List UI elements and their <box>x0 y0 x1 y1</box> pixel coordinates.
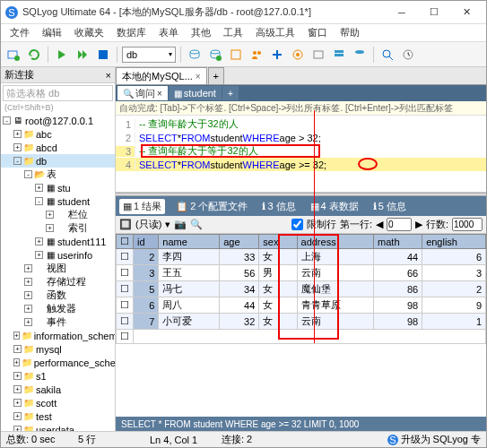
tree-node[interactable]: -🖥root@127.0.0.1 <box>1 114 115 127</box>
table-row[interactable]: ☐2李四33女上海446 <box>117 249 486 265</box>
tree-node[interactable]: +📁sakila <box>1 383 115 396</box>
tree-node[interactable]: +▦userinfo <box>1 248 115 262</box>
menu-table[interactable]: 表单 <box>153 24 184 41</box>
tree-node[interactable]: +▦stu <box>1 181 115 194</box>
object-tree[interactable]: -🖥root@127.0.0.1+📁abc+📁abcd-📁db-📂表+▦stu-… <box>1 112 115 431</box>
table-row[interactable]: ☐6周八44女青青草原989 <box>117 297 486 314</box>
new-conn-icon[interactable] <box>4 46 22 64</box>
brand-link[interactable]: S升级为 SQLyog 专 <box>387 433 481 446</box>
svg-rect-14 <box>335 50 344 53</box>
tree-node[interactable]: +▦student111 <box>1 235 115 248</box>
database-selector[interactable]: db <box>122 47 176 63</box>
result-tab-2[interactable]: 📋2 个配置文件 <box>172 199 251 214</box>
sidebar-header: 新连接× <box>1 67 115 83</box>
tree-node[interactable]: +事件 <box>1 315 115 329</box>
table-row[interactable]: ☐5冯七34女魔仙堡862 <box>117 281 486 297</box>
clock-icon[interactable] <box>399 46 417 64</box>
users-icon[interactable] <box>248 46 265 64</box>
app-logo-icon: S <box>4 5 19 20</box>
tree-node[interactable]: +📁information_schema <box>1 329 115 342</box>
tree-node[interactable]: +触发器 <box>1 302 115 315</box>
result-tab-1[interactable]: ▦1 结果 <box>119 199 165 214</box>
tree-node[interactable]: +📁abc <box>1 127 115 141</box>
status-total: 总数: 0 sec <box>6 433 60 446</box>
menu-favorites[interactable]: 收藏夹 <box>69 24 109 41</box>
svg-rect-13 <box>314 51 323 58</box>
tree-node[interactable]: +栏位 <box>1 208 115 221</box>
readonly-label: (只读) <box>135 218 161 231</box>
menu-bar: 文件 编辑 收藏夹 数据库 表单 其他 工具 高级工具 窗口 帮助 <box>1 24 486 42</box>
result-tab-5[interactable]: ℹ5 信息 <box>370 199 410 214</box>
student-tab[interactable]: ▦student <box>169 86 222 100</box>
table-row[interactable]: ☐3王五56男云南663 <box>117 265 486 281</box>
window-title: SQLyog Ultimate 64 - [本地的MySQL服务器/db - r… <box>22 5 386 19</box>
first-row-input[interactable] <box>387 218 412 231</box>
tree-node[interactable]: +📁performance_schema <box>1 356 115 369</box>
query-tab[interactable]: 🔍询问 × <box>117 86 168 100</box>
minimize-button[interactable]: ─ <box>386 2 418 23</box>
tree-node[interactable]: +📁userdata <box>1 423 115 431</box>
svg-rect-15 <box>335 54 344 56</box>
tool-icon-8[interactable] <box>330 46 348 64</box>
query-status: SELECT * FROM student WHERE age >= 32 LI… <box>116 417 486 431</box>
tool-icon-7[interactable] <box>309 46 327 64</box>
svg-point-16 <box>355 50 364 54</box>
filter-hint: (Ctrl+Shift+B) <box>1 103 115 112</box>
close-button[interactable]: ✕ <box>450 2 483 23</box>
connection-tab[interactable]: 本地的MySQL...× <box>116 67 207 84</box>
svg-point-7 <box>216 56 222 61</box>
result-grid[interactable]: ☐idnameagesexaddressmathenglish☐2李四33女上海… <box>116 234 486 417</box>
svg-point-10 <box>257 51 261 55</box>
tree-node[interactable]: -📁db <box>1 154 115 168</box>
new-tab-button[interactable]: + <box>208 67 224 84</box>
tree-node[interactable]: +📁scott <box>1 396 115 409</box>
menu-adv[interactable]: 高级工具 <box>250 24 300 41</box>
autocomplete-hint: 自动完成: [Tab]->下个标签. [Ctrl+Space]->列出所有标签.… <box>116 101 486 116</box>
svg-text:S: S <box>8 7 14 18</box>
table-row[interactable]: ☐7小可爱32女云南981 <box>117 314 486 330</box>
result-tab-4[interactable]: ▦4 表数据 <box>307 199 362 214</box>
search-icon[interactable] <box>378 46 396 64</box>
menu-help[interactable]: 帮助 <box>335 24 365 41</box>
maximize-button[interactable]: ☐ <box>418 2 450 23</box>
tool-icon-3[interactable] <box>227 46 245 64</box>
tree-node[interactable]: +📁abcd <box>1 141 115 154</box>
menu-window[interactable]: 窗口 <box>302 24 333 41</box>
tree-node[interactable]: +存储过程 <box>1 275 115 289</box>
tree-node[interactable]: +函数 <box>1 289 115 302</box>
tree-node[interactable]: -📂表 <box>1 168 115 181</box>
stop-icon[interactable] <box>94 46 112 64</box>
svg-point-12 <box>296 53 300 56</box>
menu-other[interactable]: 其他 <box>186 24 216 41</box>
tree-node[interactable]: -▦student <box>1 194 115 208</box>
filter-input[interactable]: 筛选表格 db <box>3 85 113 101</box>
menu-edit[interactable]: 编辑 <box>37 24 67 41</box>
svg-point-9 <box>253 51 257 55</box>
svg-point-5 <box>190 50 199 54</box>
execute-all-icon[interactable] <box>74 46 91 64</box>
tree-node[interactable]: +视图 <box>1 262 115 275</box>
menu-database[interactable]: 数据库 <box>111 24 152 41</box>
svg-point-6 <box>211 50 220 54</box>
add-subtab[interactable]: + <box>222 86 239 100</box>
tool-icon-9[interactable] <box>351 46 369 64</box>
tool-icon-5[interactable] <box>268 46 286 64</box>
execute-icon[interactable] <box>53 46 71 64</box>
row-count-input[interactable] <box>452 218 483 231</box>
svg-text:S: S <box>389 435 396 445</box>
tool-icon-6[interactable] <box>289 46 307 64</box>
result-tab-3[interactable]: ℹ3 信息 <box>258 199 299 214</box>
tool-icon-1[interactable] <box>186 46 204 64</box>
tree-node[interactable]: +📁mysql <box>1 342 115 356</box>
menu-file[interactable]: 文件 <box>4 24 35 41</box>
sql-editor[interactable]: 1-- 查询年龄大于32的人 2SELECT * FROM student WH… <box>116 116 486 193</box>
toolbar: db <box>1 42 486 67</box>
tree-node[interactable]: +索引 <box>1 221 115 235</box>
menu-tools[interactable]: 工具 <box>218 24 248 41</box>
tool-icon-2[interactable] <box>206 46 224 64</box>
tree-node[interactable]: +📁s1 <box>1 369 115 383</box>
tree-node[interactable]: +📁test <box>1 409 115 423</box>
limit-checkbox[interactable] <box>291 218 303 231</box>
close-tab-icon[interactable]: × <box>196 72 201 82</box>
refresh-icon[interactable] <box>25 46 43 64</box>
